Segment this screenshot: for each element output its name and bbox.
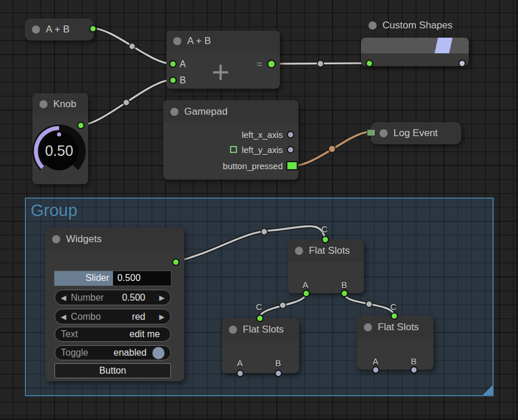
- node-title-row[interactable]: Custom Shapes: [369, 20, 453, 31]
- wire-gamepad-to-logevent: [294, 132, 369, 166]
- collapse-dot[interactable]: [52, 235, 60, 243]
- node-custom-shapes[interactable]: [361, 38, 469, 66]
- output-slot[interactable]: [287, 146, 294, 154]
- output-label: left_x_axis: [242, 130, 283, 140]
- output-slot[interactable]: [458, 60, 466, 67]
- node-title: Custom Shapes: [382, 20, 453, 31]
- number-widget[interactable]: ◀ Number 0.500 ▶: [54, 290, 171, 305]
- collapse-dot[interactable]: [295, 247, 303, 255]
- output-slot[interactable]: [89, 25, 97, 32]
- output-row-left-x-axis[interactable]: left_x_axis: [242, 127, 298, 141]
- toggle-value: enabled: [114, 348, 147, 358]
- output-slot-b[interactable]: [410, 366, 418, 374]
- node-title: Log Event: [393, 127, 438, 139]
- output-slot-a[interactable]: [372, 366, 380, 374]
- node-graph-canvas[interactable]: Group: [0, 0, 518, 420]
- output-slot-b[interactable]: [341, 290, 348, 297]
- wire-addcollapsed-to-add: [93, 28, 172, 64]
- group-title[interactable]: Group: [31, 201, 78, 220]
- collapse-dot[interactable]: [170, 108, 178, 116]
- output-row-left-y-axis[interactable]: left_y_axis: [230, 143, 298, 156]
- operator-symbol: +: [211, 56, 230, 87]
- collapse-dot[interactable]: [32, 25, 40, 34]
- output-label-b: B: [341, 280, 347, 290]
- output-slot-a[interactable]: [302, 290, 310, 297]
- slider-label: Slider: [86, 273, 110, 283]
- input-label-c: C: [256, 302, 262, 312]
- reroute-dot: [123, 100, 130, 106]
- node-title: Widgets: [66, 233, 101, 245]
- node-title: Flat Slots: [243, 324, 284, 335]
- node-flat-slots-right[interactable]: Flat Slots C A B: [357, 316, 433, 370]
- output-label-a: A: [373, 356, 378, 366]
- output-row-button-pressed[interactable]: button_pressed: [223, 159, 298, 173]
- node-gamepad[interactable]: Gamepad left_x_axis left_y_axis button_p…: [163, 100, 298, 180]
- knob-value: 0.50: [45, 143, 74, 159]
- output-slot-b[interactable]: [275, 370, 282, 377]
- output-label-b: B: [411, 356, 417, 366]
- collapse-dot[interactable]: [380, 129, 388, 137]
- input-label-c: C: [322, 224, 328, 234]
- group-resize-handle[interactable]: [483, 385, 493, 395]
- collapse-dot[interactable]: [369, 21, 377, 30]
- knob-marker-dot: [57, 133, 61, 137]
- arrow-left-icon[interactable]: ◀: [61, 294, 66, 302]
- node-title: Flat Slots: [378, 322, 419, 333]
- node-flat-slots-left[interactable]: Flat Slots C A B: [222, 318, 299, 373]
- arrow-right-icon[interactable]: ▶: [159, 294, 165, 302]
- input-slot[interactable]: [366, 60, 373, 67]
- text-value[interactable]: edit me: [130, 329, 160, 339]
- collapse-dot[interactable]: [173, 37, 181, 45]
- arrow-right-icon[interactable]: ▶: [159, 313, 165, 321]
- output-slot[interactable]: [267, 60, 276, 68]
- arrow-left-icon[interactable]: ◀: [61, 313, 66, 321]
- toggle-knob[interactable]: [152, 347, 165, 359]
- node-add[interactable]: A + B + A B =: [166, 31, 280, 89]
- input-label-c: C: [391, 302, 397, 312]
- output-label: left_y_axis: [242, 145, 283, 155]
- node-flat-slots-mid[interactable]: Flat Slots C A B: [288, 239, 364, 293]
- combo-widget[interactable]: ◀ Combo red ▶: [54, 309, 171, 324]
- node-knob[interactable]: Knob 0.50: [32, 93, 88, 184]
- node-title: Gamepad: [184, 106, 228, 118]
- input-slot-c[interactable]: [256, 315, 264, 322]
- input-label-b: B: [180, 75, 186, 86]
- node-add-collapsed[interactable]: A + B: [25, 19, 94, 41]
- wire-add-to-customshapes: [272, 63, 369, 64]
- output-slot[interactable]: [77, 122, 85, 129]
- output-label-b: B: [275, 358, 281, 368]
- output-slot[interactable]: [287, 131, 294, 138]
- number-label: Number: [71, 293, 104, 303]
- collapse-dot[interactable]: [364, 323, 372, 331]
- output-label: =: [257, 59, 262, 70]
- output-slot[interactable]: [172, 258, 180, 266]
- input-slot-event[interactable]: [367, 129, 375, 136]
- output-slot-a[interactable]: [236, 370, 244, 377]
- combo-label: Combo: [71, 312, 101, 322]
- output-label: button_pressed: [223, 161, 283, 171]
- input-slot-b[interactable]: [169, 76, 177, 84]
- slider-widget[interactable]: Slider 0.500: [54, 271, 171, 286]
- text-widget[interactable]: Text edit me: [54, 327, 171, 342]
- output-label-a: A: [302, 280, 308, 290]
- input-slot-c[interactable]: [322, 236, 329, 243]
- toggle-widget[interactable]: Toggle enabled: [54, 345, 171, 360]
- node-widgets[interactable]: Widgets Slider 0.500 ◀ Number 0.500 ▶ ◀ …: [45, 228, 184, 381]
- text-label: Text: [61, 329, 78, 339]
- output-label-a: A: [237, 358, 243, 368]
- collapse-dot[interactable]: [39, 100, 48, 108]
- input-slot-a[interactable]: [169, 60, 177, 68]
- custom-shape-band: [361, 38, 469, 53]
- input-slot-c[interactable]: [391, 312, 398, 320]
- output-slot-event[interactable]: [286, 161, 298, 170]
- node-title: A + B: [46, 24, 70, 35]
- collapse-dot[interactable]: [229, 326, 237, 334]
- combo-value: red: [132, 312, 145, 322]
- node-log-event[interactable]: Log Event: [371, 122, 461, 144]
- slider-value: 0.500: [118, 273, 141, 283]
- button-widget[interactable]: Button: [54, 363, 171, 378]
- toggle-label: Toggle: [61, 348, 88, 358]
- value-preview-square: [230, 146, 237, 153]
- node-title: A + B: [187, 35, 211, 47]
- reroute-dot-event: [329, 145, 335, 152]
